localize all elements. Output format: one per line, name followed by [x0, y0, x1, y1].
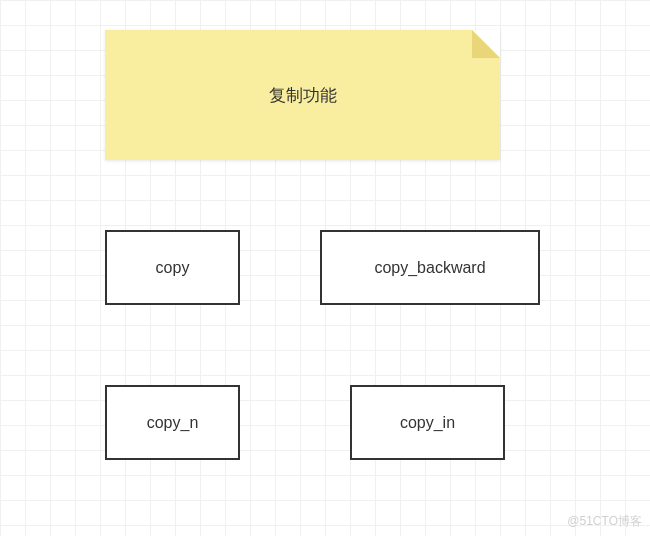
box-copy-backward-label: copy_backward: [374, 259, 485, 277]
box-copy-backward: copy_backward: [320, 230, 540, 305]
note-title: 复制功能: [269, 84, 337, 107]
box-copy: copy: [105, 230, 240, 305]
box-copy-label: copy: [156, 259, 190, 277]
box-copy-in: copy_in: [350, 385, 505, 460]
watermark: @51CTO博客: [567, 513, 642, 530]
box-copy-n: copy_n: [105, 385, 240, 460]
box-copy-n-label: copy_n: [147, 414, 199, 432]
box-copy-in-label: copy_in: [400, 414, 455, 432]
sticky-note: 复制功能: [105, 30, 500, 160]
